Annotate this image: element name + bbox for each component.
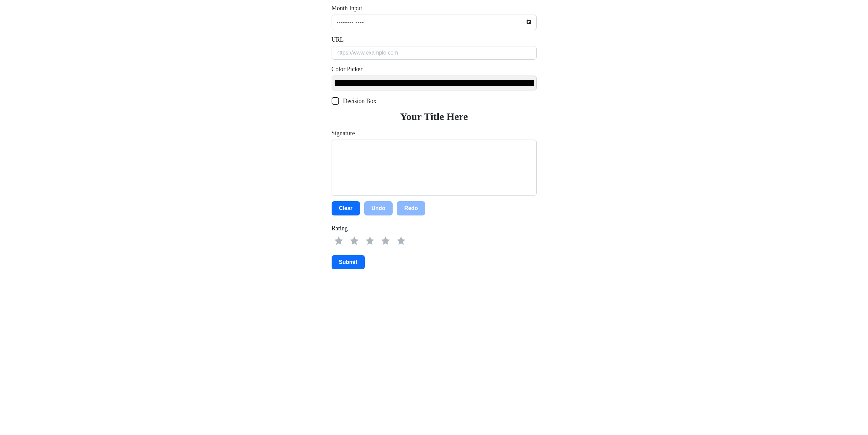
month-input-placeholder: -------- ----	[337, 19, 364, 25]
section-title: Your Title Here	[332, 111, 537, 122]
calendar-icon[interactable]	[526, 19, 532, 26]
star-icon[interactable]	[396, 235, 406, 246]
url-input[interactable]	[332, 46, 537, 60]
undo-button[interactable]: Undo	[364, 201, 393, 215]
star-icon[interactable]	[349, 235, 359, 246]
color-picker-label: Color Picker	[332, 66, 537, 73]
submit-button[interactable]: Submit	[332, 255, 365, 269]
month-input[interactable]: -------- ----	[332, 15, 537, 30]
star-icon[interactable]	[365, 235, 375, 246]
clear-button[interactable]: Clear	[332, 201, 360, 215]
signature-canvas[interactable]	[332, 140, 537, 196]
redo-button[interactable]: Redo	[397, 201, 425, 215]
month-input-label: Month Input	[332, 5, 537, 12]
decision-checkbox[interactable]	[332, 97, 339, 105]
color-picker[interactable]	[332, 76, 537, 90]
rating-stars	[334, 235, 537, 246]
url-input-label: URL	[332, 36, 537, 43]
star-icon[interactable]	[334, 235, 344, 246]
color-swatch	[335, 80, 534, 86]
rating-label: Rating	[332, 225, 537, 232]
signature-label: Signature	[332, 130, 537, 137]
decision-checkbox-label: Decision Box	[343, 98, 377, 105]
svg-rect-2	[529, 22, 530, 23]
star-icon[interactable]	[380, 235, 391, 246]
